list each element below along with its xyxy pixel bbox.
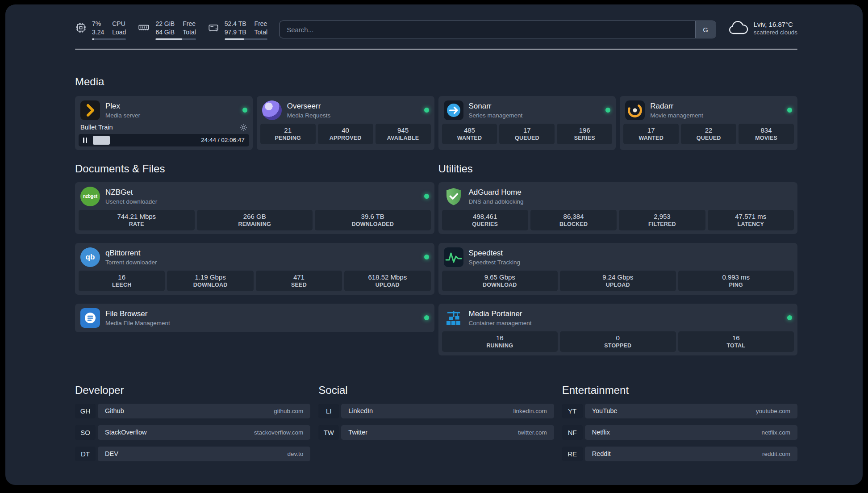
- bookmark-netflix[interactable]: NF Netflix netflix.com: [562, 425, 797, 440]
- bookmark-twitter[interactable]: TW Twitter twitter.com: [318, 425, 554, 440]
- bookmark-name: Reddit: [592, 450, 611, 457]
- stat-label: UPLOAD: [346, 282, 429, 288]
- stat-label: RUNNING: [444, 343, 556, 349]
- stat-label: UPLOAD: [562, 282, 674, 288]
- bookmark-stackoverflow[interactable]: SO StackOverflow stackoverflow.com: [75, 425, 310, 440]
- service-description: Series management: [469, 112, 523, 119]
- bookmark-url: linkedin.com: [513, 408, 547, 414]
- bookmark-group-developer: Developer GH Github github.com SO StackO…: [75, 384, 310, 461]
- service-card-radarr[interactable]: Radarr Movie management 17 WANTED 22 QUE…: [620, 96, 797, 150]
- dashboard-content: 7% 3.24 CPU Load: [75, 4, 797, 461]
- search-input[interactable]: [280, 21, 695, 38]
- middle-columns: Documents & Files nzbget NZBGet Usenet d…: [75, 163, 797, 355]
- stat-label: APPROVED: [320, 135, 371, 141]
- bookmark-youtube[interactable]: YT YouTube youtube.com: [562, 404, 797, 418]
- radarr-icon: [625, 100, 645, 120]
- plex-icon: [80, 100, 100, 120]
- stat-label: DOWNLOAD: [444, 282, 556, 288]
- service-description: Torrent downloader: [105, 259, 157, 266]
- bookmark-dev[interactable]: DT DEV dev.to: [75, 447, 310, 461]
- memory-icon: [138, 22, 150, 33]
- documents-column: Documents & Files nzbget NZBGet Usenet d…: [75, 163, 434, 332]
- bookmark-github[interactable]: GH Github github.com: [75, 404, 310, 418]
- pause-button[interactable]: [83, 138, 87, 143]
- stat-box: 86,384 BLOCKED: [530, 210, 617, 230]
- bookmark-name: YouTube: [592, 407, 618, 414]
- stat-label: PENDING: [262, 135, 314, 141]
- service-name: Sonarr: [469, 102, 523, 111]
- service-name: File Browser: [105, 309, 170, 318]
- section-title-social: Social: [318, 384, 554, 397]
- memory-free-label: Free: [183, 20, 196, 28]
- speedtest-icon: [444, 247, 463, 267]
- service-description: Speedtest Tracking: [469, 259, 521, 266]
- service-card-sonarr[interactable]: Sonarr Series management 485 WANTED 17 Q…: [438, 96, 616, 150]
- service-card-plex[interactable]: Plex Media server Bullet Train: [75, 96, 253, 150]
- playback-progress-fill: [93, 136, 110, 145]
- stat-box: 17 QUEUED: [499, 124, 555, 144]
- stat-value: 485: [444, 126, 496, 134]
- stat-value: 16: [444, 334, 556, 342]
- overseerr-icon: [262, 100, 282, 120]
- service-name: Overseerr: [287, 102, 331, 111]
- stat-value: 1.19 Gbps: [169, 273, 251, 281]
- service-card-speedtest[interactable]: Speedtest Speedtest Tracking 9.65 Gbps D…: [438, 243, 798, 295]
- service-card-overseerr[interactable]: Overseerr Media Requests 21 PENDING 40 A…: [257, 96, 434, 150]
- stat-value: 744.21 Mbps: [80, 213, 193, 220]
- stat-box: 945 AVAILABLE: [376, 124, 431, 144]
- stat-box: 39.6 TB DOWNLOADED: [315, 210, 431, 230]
- stat-box: 40 APPROVED: [318, 124, 373, 144]
- memory-free-value: 22 GiB: [155, 20, 175, 28]
- service-description: Usenet downloader: [105, 198, 157, 205]
- stat-label: TOTAL: [680, 343, 793, 349]
- service-name: AdGuard Home: [469, 188, 524, 197]
- filebrowser-icon: [80, 308, 100, 328]
- stat-label: WANTED: [444, 135, 496, 141]
- stat-value: 39.6 TB: [317, 213, 429, 220]
- service-card-adguard[interactable]: AdGuard Home DNS and adblocking 498,461 …: [438, 182, 798, 234]
- service-card-filebrowser[interactable]: File Browser Media File Management: [75, 304, 434, 332]
- service-card-portainer[interactable]: Media Portainer Container management 16 …: [438, 304, 798, 355]
- top-bar: 7% 3.24 CPU Load: [75, 4, 797, 40]
- bookmark-url: dev.to: [288, 451, 304, 457]
- header-divider: [75, 49, 797, 50]
- stat-value: 21: [262, 126, 314, 134]
- bookmark-reddit[interactable]: RE Reddit reddit.com: [562, 447, 797, 461]
- service-card-qbittorrent[interactable]: qb qBittorrent Torrent downloader 16 LEE…: [75, 243, 434, 295]
- bookmark-linkedin[interactable]: LI LinkedIn linkedin.com: [318, 404, 554, 418]
- stat-box: 266 GB REMAINING: [197, 210, 313, 230]
- cpu-load-label: Load: [112, 28, 126, 37]
- disk-total-value: 97.9 TB: [225, 28, 246, 37]
- status-dot: [424, 315, 429, 320]
- cloud-icon: [728, 21, 748, 36]
- stat-label: FILTERED: [621, 221, 703, 227]
- memory-widget: 22 GiB 64 GiB Free Total: [138, 20, 196, 40]
- stat-label: SEED: [258, 282, 340, 288]
- service-card-nzbget[interactable]: nzbget NZBGet Usenet downloader 744.21 M…: [75, 182, 434, 234]
- weather-widget[interactable]: Lviv, 16.87°C scattered clouds: [728, 21, 797, 36]
- search-provider-button[interactable]: G: [695, 21, 716, 38]
- stat-box: 1.19 Gbps DOWNLOAD: [167, 271, 253, 291]
- section-title-media: Media: [75, 75, 797, 88]
- stat-label: LEECH: [80, 282, 163, 288]
- service-description: Media Requests: [287, 112, 331, 119]
- bookmark-name: Twitter: [348, 429, 367, 436]
- cpu-load-value: 3.24: [92, 28, 104, 37]
- memory-total-label: Total: [183, 28, 196, 37]
- stat-value: 2,953: [621, 213, 703, 220]
- stat-value: 266 GB: [199, 213, 311, 220]
- adguard-icon: [444, 187, 463, 206]
- status-dot: [424, 194, 429, 199]
- bookmark-name: DEV: [105, 450, 118, 457]
- stat-box: 0 STOPPED: [560, 331, 676, 352]
- bookmark-url: reddit.com: [762, 451, 790, 457]
- status-dot: [424, 255, 429, 259]
- stat-box: 498,461 QUERIES: [442, 210, 528, 230]
- bookmark-abbr: NF: [562, 425, 583, 440]
- stat-box: 16 TOTAL: [678, 331, 794, 352]
- settings-icon[interactable]: [240, 124, 247, 131]
- stat-value: 9.65 Gbps: [444, 273, 556, 281]
- bookmark-abbr: TW: [318, 425, 339, 440]
- stat-label: QUEUED: [683, 135, 734, 141]
- media-player-bar: 24:44 / 02:06:47: [79, 134, 249, 146]
